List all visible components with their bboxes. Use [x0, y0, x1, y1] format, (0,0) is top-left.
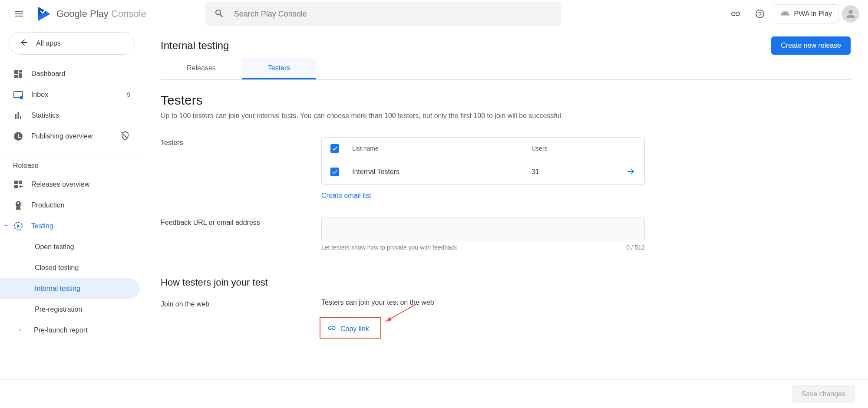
nav-testing[interactable]: Testing — [0, 216, 143, 237]
nav-dashboard[interactable]: Dashboard — [0, 63, 143, 84]
nav-statistics[interactable]: Statistics — [0, 105, 143, 126]
create-email-list-link[interactable]: Create email list — [321, 192, 371, 200]
app-switcher[interactable]: PWA in Play — [774, 4, 838, 23]
table-row[interactable]: Internal Testers 31 — [322, 159, 644, 184]
feedback-label: Feedback URL or email address — [161, 217, 321, 251]
feedback-helper: Let testers know how to provide you with… — [321, 244, 457, 251]
join-section-title: How testers join your test — [161, 277, 851, 288]
tab-releases[interactable]: Releases — [161, 58, 242, 79]
section-desc: Up to 100 testers can join your internal… — [161, 112, 851, 120]
tabs: Releases Testers — [161, 58, 851, 80]
copy-link-button[interactable]: Copy link — [321, 319, 375, 339]
tab-testers[interactable]: Testers — [242, 58, 317, 79]
logo[interactable]: Google Play Console — [36, 6, 146, 22]
all-apps-button[interactable]: All apps — [9, 32, 135, 55]
play-console-logo-icon — [36, 6, 52, 22]
arrow-right-icon[interactable] — [618, 167, 636, 178]
avatar[interactable] — [842, 5, 859, 23]
nav-inbox[interactable]: Inbox 9 — [0, 84, 143, 105]
join-desc: Testers can join your test on the web — [321, 299, 645, 306]
section-title: Testers — [161, 93, 851, 108]
row-list-name: Internal Testers — [352, 168, 531, 176]
publish-disabled-icon — [120, 130, 130, 142]
menu-icon[interactable] — [9, 3, 30, 24]
col-list-name: List name — [352, 145, 531, 152]
chevron-right-icon — [17, 326, 23, 334]
nav-publishing-overview[interactable]: Publishing overview — [0, 126, 143, 147]
help-icon[interactable] — [749, 3, 770, 24]
nav-production[interactable]: Production — [0, 195, 143, 216]
feedback-counter: 0 / 512 — [626, 244, 645, 251]
svg-marker-5 — [386, 317, 392, 322]
inbox-badge: 9 — [127, 91, 130, 98]
create-release-button[interactable]: Create new release — [771, 36, 851, 55]
app-name: PWA in Play — [794, 10, 832, 18]
link-icon — [327, 324, 336, 334]
page-title: Internal testing — [161, 39, 229, 52]
nav-open-testing[interactable]: Open testing — [0, 237, 143, 257]
testers-table: List name Users Internal Testers 31 — [321, 137, 645, 185]
search-input[interactable] — [233, 9, 553, 19]
svg-point-2 — [20, 96, 23, 99]
testers-label: Testers — [161, 137, 321, 200]
row-checkbox[interactable] — [330, 168, 339, 176]
nav-closed-testing[interactable]: Closed testing — [0, 257, 143, 278]
robot-icon — [780, 8, 790, 20]
logo-text: Google Play Console — [56, 8, 146, 20]
svg-line-4 — [386, 304, 416, 322]
nav-pre-launch-report[interactable]: Pre-launch report — [0, 320, 143, 341]
arrow-left-icon — [20, 38, 29, 49]
nav-internal-testing[interactable]: Internal testing — [0, 278, 140, 299]
nav-pre-registration[interactable]: Pre-registration — [0, 299, 143, 320]
link-icon[interactable] — [725, 3, 746, 24]
nav-releases-overview[interactable]: Releases overview — [0, 174, 143, 195]
col-users: Users — [531, 145, 618, 152]
feedback-input[interactable] — [321, 217, 645, 241]
search-box[interactable] — [205, 2, 561, 26]
sidebar: All apps Dashboard Inbox 9 Statistics Pu… — [0, 28, 143, 342]
select-all-checkbox[interactable] — [330, 144, 339, 153]
join-label: Join on the web — [161, 299, 321, 339]
search-icon — [214, 8, 224, 20]
row-users: 31 — [531, 168, 618, 176]
section-release: Release — [0, 158, 143, 174]
chevron-down-icon — [3, 222, 9, 230]
